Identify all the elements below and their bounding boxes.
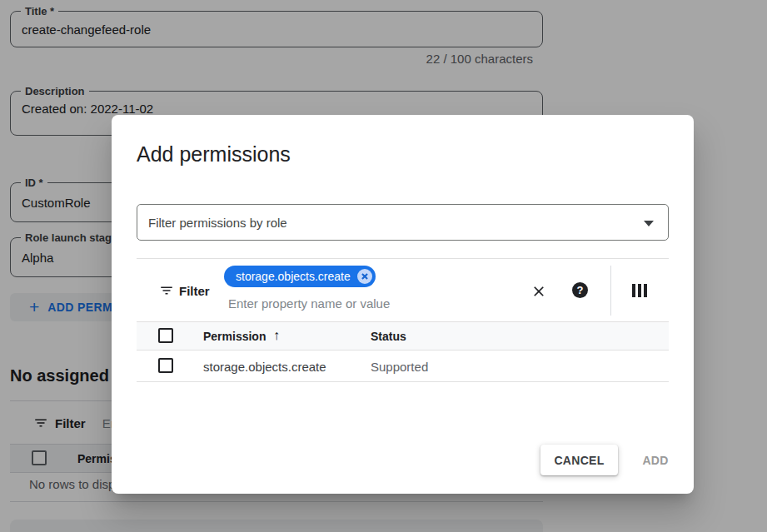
column-display-options-button[interactable] bbox=[632, 284, 647, 297]
status-cell: Supported bbox=[371, 360, 428, 374]
clear-filters-button[interactable] bbox=[530, 283, 547, 300]
select-all-checkbox[interactable] bbox=[158, 328, 173, 343]
add-permissions-dialog: Add permissions Filter permissions by ro… bbox=[112, 115, 694, 494]
chip-remove-icon[interactable] bbox=[357, 269, 372, 284]
filter-permissions-by-role-dropdown[interactable]: Filter permissions by role bbox=[137, 204, 669, 241]
row-checkbox[interactable] bbox=[158, 358, 173, 373]
columns-icon bbox=[632, 284, 647, 297]
divider bbox=[137, 258, 669, 259]
permission-cell: storage.objects.create bbox=[203, 360, 326, 374]
add-button[interactable]: ADD bbox=[629, 445, 682, 475]
table-row[interactable]: storage.objects.create Supported bbox=[137, 351, 669, 382]
sort-ascending-icon[interactable]: ↑ bbox=[273, 328, 280, 343]
toolbar-divider bbox=[610, 266, 611, 316]
chevron-down-icon bbox=[644, 221, 654, 226]
role-dropdown-placeholder: Filter permissions by role bbox=[137, 216, 287, 230]
permission-column-header: Permission bbox=[203, 330, 266, 343]
help-icon: ? bbox=[572, 282, 588, 298]
create-role-screen: Title * create-changefeed-role 22 / 100 … bbox=[0, 0, 767, 532]
dialog-title: Add permissions bbox=[137, 142, 291, 167]
status-column-header: Status bbox=[371, 330, 406, 343]
filter-input[interactable] bbox=[228, 296, 461, 311]
permissions-table-header: Permission ↑ Status bbox=[137, 321, 669, 351]
cancel-button[interactable]: CANCEL bbox=[540, 445, 618, 475]
help-button[interactable]: ? bbox=[572, 282, 588, 298]
filter-icon bbox=[159, 283, 174, 298]
filter-chip[interactable]: storage.objects.create bbox=[224, 266, 376, 287]
filter-label: Filter bbox=[179, 284, 210, 298]
filter-chip-label: storage.objects.create bbox=[236, 270, 351, 283]
